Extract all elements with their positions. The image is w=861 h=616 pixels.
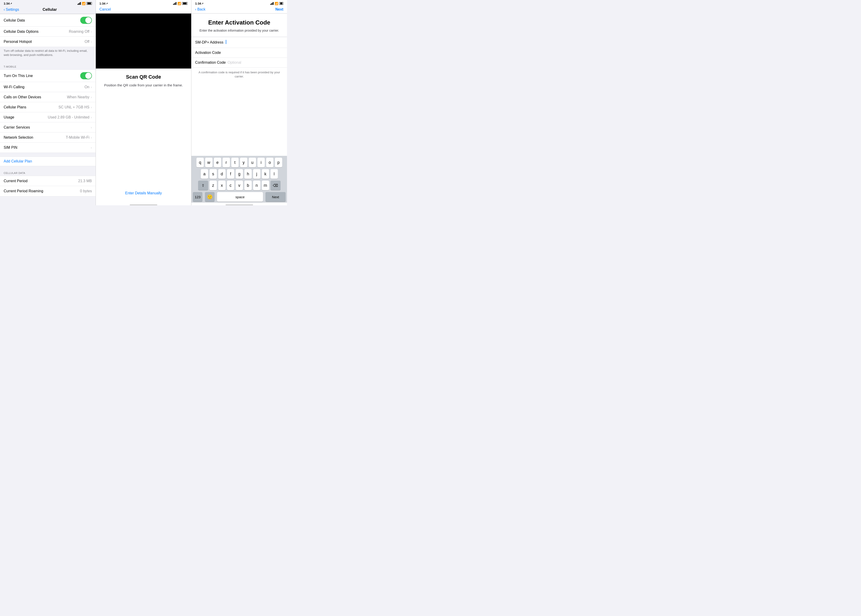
- emoji-key[interactable]: 🙂: [205, 192, 214, 202]
- chevron-right-icon-6: ›: [91, 115, 92, 119]
- carrier-services-row[interactable]: Carrier Services ›: [0, 123, 96, 132]
- chevron-right-icon-4: ›: [91, 95, 92, 99]
- numbers-key[interactable]: 123: [193, 192, 202, 202]
- key-p[interactable]: p: [275, 158, 282, 167]
- keyboard-bottom-row: 123 🙂 space Next: [192, 192, 286, 202]
- calls-other-value: When Nearby ›: [67, 95, 92, 99]
- usage-row[interactable]: Usage Used 2.89 GB - Unlimited ›: [0, 112, 96, 123]
- location-icon-2: ↗: [106, 2, 108, 5]
- add-cellular-plan-button[interactable]: Add Cellular Plan: [0, 157, 96, 166]
- key-o[interactable]: o: [266, 158, 274, 167]
- next-button-3[interactable]: Next: [272, 7, 283, 11]
- smdp-address-input-row[interactable]: SM-DP+ Address: [195, 40, 283, 45]
- nav-bar-2: Cancel: [96, 6, 191, 14]
- activation-code-field-row[interactable]: Activation Code: [191, 48, 287, 58]
- chevron-right-icon-7: ›: [91, 126, 92, 129]
- turn-on-line-toggle[interactable]: [80, 72, 92, 79]
- status-time-2: 1:34 ↗: [99, 2, 108, 5]
- scan-qr-panel: 1:34 ↗ 📶 Cancel Scan QR Code Posit: [96, 0, 192, 205]
- activation-code-input-row[interactable]: Activation Code: [195, 51, 283, 55]
- signal-bars-1: [77, 2, 81, 5]
- signal-bars-3: [270, 2, 274, 5]
- key-z[interactable]: z: [209, 181, 217, 190]
- battery-icon-3: [279, 2, 283, 5]
- key-y[interactable]: y: [240, 158, 247, 167]
- keyboard: q w e r t y u i o p a s d f g h j k l ⇧ …: [191, 156, 287, 203]
- personal-hotspot-value: Off ›: [85, 40, 92, 44]
- page-title-1: Cellular: [19, 7, 80, 12]
- key-e[interactable]: e: [214, 158, 221, 167]
- space-key[interactable]: space: [217, 192, 263, 202]
- sim-pin-label: SIM PIN: [4, 146, 17, 150]
- signal-bars-2: [173, 2, 176, 5]
- cellular-plans-row[interactable]: Cellular Plans SC UNL + 7GB HS ›: [0, 102, 96, 112]
- cancel-button[interactable]: Cancel: [99, 7, 111, 11]
- cellular-plans-label: Cellular Plans: [4, 105, 26, 109]
- key-b[interactable]: b: [244, 181, 252, 190]
- confirmation-code-field-row[interactable]: Confirmation Code Optional: [191, 58, 287, 68]
- cellular-data-options-row[interactable]: Cellular Data Options Roaming Off ›: [0, 27, 96, 37]
- confirmation-code-label: Confirmation Code: [195, 61, 225, 64]
- turn-on-line-row[interactable]: Turn On This Line: [0, 70, 96, 82]
- qr-title: Scan QR Code: [104, 74, 183, 80]
- key-s[interactable]: s: [209, 169, 217, 179]
- personal-hotspot-row[interactable]: Personal Hotspot Off ›: [0, 37, 96, 47]
- home-indicator-3: [225, 204, 253, 205]
- battery-icon-1: [87, 2, 92, 5]
- cellular-data-toggle[interactable]: [80, 17, 92, 24]
- back-button-3[interactable]: ‹ Back: [195, 7, 205, 11]
- key-q[interactable]: q: [197, 158, 204, 167]
- nav-bar-3: ‹ Back Next: [191, 6, 287, 14]
- tmobile-header: T-MOBILE: [0, 62, 96, 69]
- key-w[interactable]: w: [205, 158, 212, 167]
- network-selection-value: T-Mobile Wi-Fi ›: [66, 135, 92, 140]
- delete-key[interactable]: ⌫: [271, 181, 280, 190]
- chevron-right-icon-8: ›: [91, 136, 92, 139]
- key-l[interactable]: l: [271, 169, 278, 179]
- keyboard-row-1: q w e r t y u i o p: [192, 158, 286, 167]
- turn-on-line-label: Turn On This Line: [4, 74, 33, 78]
- keyboard-row-3: ⇧ z x c v b n m ⌫: [192, 181, 286, 190]
- key-f[interactable]: f: [227, 169, 234, 179]
- status-icons-3: 📶: [270, 2, 283, 5]
- usage-value: Used 2.89 GB - Unlimited ›: [48, 115, 92, 119]
- cellular-data-row[interactable]: Cellular Data: [0, 14, 96, 27]
- status-icons-2: 📶: [173, 2, 187, 5]
- chevron-right-icon-5: ›: [91, 105, 92, 109]
- calls-other-devices-row[interactable]: Calls on Other Devices When Nearby ›: [0, 92, 96, 102]
- chevron-right-icon-9: ›: [91, 146, 92, 149]
- keyboard-next-key[interactable]: Next: [266, 192, 286, 202]
- enter-details-manually-link[interactable]: Enter Details Manually: [125, 191, 162, 195]
- cellular-settings-panel: 1:34 ↗ 📶 ‹ Settings Cellular: [0, 0, 96, 205]
- key-k[interactable]: k: [262, 169, 269, 179]
- key-h[interactable]: h: [244, 169, 252, 179]
- sim-pin-row[interactable]: SIM PIN ›: [0, 143, 96, 152]
- current-period-roaming-value: 0 bytes: [80, 189, 92, 193]
- calls-other-label: Calls on Other Devices: [4, 95, 41, 99]
- key-d[interactable]: d: [218, 169, 225, 179]
- shift-key[interactable]: ⇧: [198, 181, 208, 190]
- wifi-calling-row[interactable]: Wi-Fi Calling On ›: [0, 82, 96, 92]
- key-u[interactable]: u: [249, 158, 256, 167]
- key-c[interactable]: c: [227, 181, 234, 190]
- battery-icon-2: [182, 2, 187, 5]
- carrier-services-label: Carrier Services: [4, 125, 30, 129]
- chevron-right-icon-3: ›: [91, 85, 92, 89]
- chevron-right-icon: ›: [91, 30, 92, 33]
- key-r[interactable]: r: [223, 158, 230, 167]
- key-j[interactable]: j: [253, 169, 260, 179]
- nav-bar-1: ‹ Settings Cellular: [0, 6, 96, 14]
- key-i[interactable]: i: [257, 158, 265, 167]
- key-g[interactable]: g: [236, 169, 243, 179]
- key-x[interactable]: x: [218, 181, 225, 190]
- cellular-data-options-value: Roaming Off ›: [69, 30, 92, 34]
- key-v[interactable]: v: [236, 181, 243, 190]
- key-m[interactable]: m: [262, 181, 269, 190]
- key-a[interactable]: a: [201, 169, 208, 179]
- confirmation-code-input-row[interactable]: Confirmation Code Optional: [195, 61, 283, 64]
- network-selection-row[interactable]: Network Selection T-Mobile Wi-Fi ›: [0, 132, 96, 143]
- toggle-thumb-2: [85, 73, 91, 79]
- key-t[interactable]: t: [231, 158, 239, 167]
- back-to-settings-button[interactable]: ‹ Settings: [4, 8, 19, 12]
- key-n[interactable]: n: [253, 181, 260, 190]
